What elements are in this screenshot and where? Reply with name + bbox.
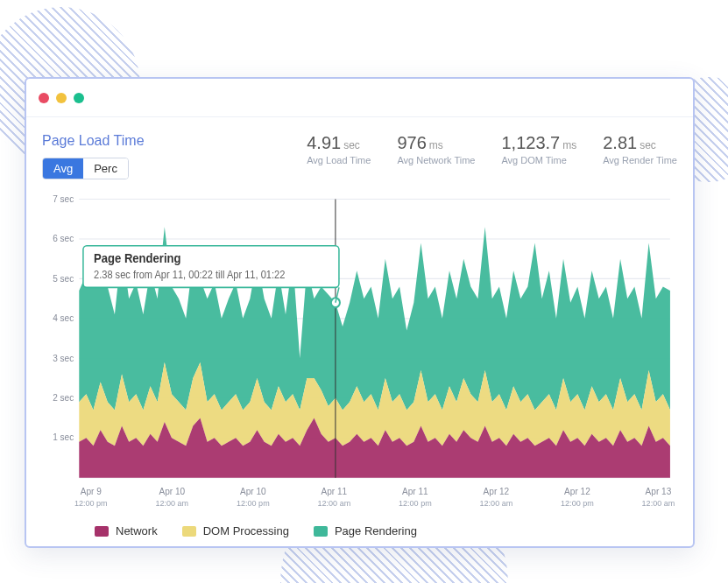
legend-swatch <box>182 526 196 537</box>
stat-value: 2.81sec <box>603 133 677 153</box>
svg-text:12:00 am: 12:00 am <box>642 498 675 508</box>
stat-value: 1,123.7ms <box>501 133 576 153</box>
summary-stats: 4.91secAvg Load Time976msAvg Network Tim… <box>307 133 677 165</box>
metric-toggle: Avg Perc <box>42 158 129 179</box>
summary-stat: 2.81secAvg Render Time <box>603 133 677 165</box>
svg-text:4 sec: 4 sec <box>53 313 74 323</box>
svg-text:Apr 12: Apr 12 <box>484 487 510 496</box>
legend-swatch <box>314 526 328 537</box>
page-title: Page Load Time <box>42 133 145 149</box>
svg-point-32 <box>331 298 340 307</box>
content-area: Page Load Time Avg Perc 4.91secAvg Load … <box>26 117 693 546</box>
legend-item[interactable]: Network <box>95 524 158 537</box>
app-window: Page Load Time Avg Perc 4.91secAvg Load … <box>25 77 695 548</box>
stat-value: 4.91sec <box>307 133 371 153</box>
svg-text:2 sec: 2 sec <box>53 393 74 403</box>
svg-text:7 sec: 7 sec <box>53 193 74 203</box>
legend-swatch <box>95 526 109 537</box>
svg-text:Apr 10: Apr 10 <box>159 487 185 496</box>
svg-text:1 sec: 1 sec <box>53 432 74 442</box>
area-chart[interactable]: 1 sec2 sec3 sec4 sec5 sec6 sec7 secApr 9… <box>42 193 677 516</box>
stat-label: Avg DOM Time <box>501 155 576 165</box>
svg-text:Apr 12: Apr 12 <box>564 487 590 496</box>
legend-item[interactable]: Page Rendering <box>314 524 417 537</box>
summary-stat: 976msAvg Network Time <box>397 133 475 165</box>
svg-text:12:00 am: 12:00 am <box>480 498 513 508</box>
window-close-icon[interactable] <box>39 93 49 103</box>
svg-text:6 sec: 6 sec <box>53 234 74 243</box>
svg-text:12:00 pm: 12:00 pm <box>237 498 270 508</box>
svg-text:Apr 10: Apr 10 <box>240 487 266 496</box>
svg-text:12:00 pm: 12:00 pm <box>399 498 432 508</box>
svg-text:Apr 9: Apr 9 <box>81 487 102 496</box>
window-maximize-icon[interactable] <box>74 93 84 103</box>
svg-text:12:00 pm: 12:00 pm <box>561 498 594 508</box>
window-minimize-icon[interactable] <box>56 93 67 103</box>
svg-text:12:00 am: 12:00 am <box>155 498 188 508</box>
chart-container: 1 sec2 sec3 sec4 sec5 sec6 sec7 secApr 9… <box>42 193 677 516</box>
stat-label: Avg Network Time <box>397 155 475 165</box>
window-titlebar <box>26 79 693 117</box>
svg-text:Apr 13: Apr 13 <box>646 487 672 496</box>
legend-item[interactable]: DOM Processing <box>182 524 289 537</box>
svg-text:Apr 11: Apr 11 <box>402 487 428 496</box>
stat-label: Avg Render Time <box>603 155 677 165</box>
stat-label: Avg Load Time <box>307 155 371 165</box>
legend-label: DOM Processing <box>203 524 289 537</box>
summary-stat: 4.91secAvg Load Time <box>307 133 371 165</box>
svg-text:Page Rendering: Page Rendering <box>94 252 181 266</box>
svg-text:5 sec: 5 sec <box>53 273 74 283</box>
stat-value: 976ms <box>397 133 475 153</box>
legend-label: Network <box>116 524 158 537</box>
svg-text:3 sec: 3 sec <box>53 353 74 362</box>
svg-text:Apr 11: Apr 11 <box>322 487 348 496</box>
svg-text:12:00 pm: 12:00 pm <box>74 498 108 508</box>
legend-label: Page Rendering <box>335 524 417 537</box>
toggle-avg-button[interactable]: Avg <box>43 158 83 179</box>
svg-text:2.38 sec from Apr 11, 00:22 ti: 2.38 sec from Apr 11, 00:22 till Apr 11,… <box>94 269 285 279</box>
toggle-perc-button[interactable]: Perc <box>83 158 128 179</box>
summary-stat: 1,123.7msAvg DOM Time <box>501 133 576 165</box>
svg-text:12:00 am: 12:00 am <box>317 498 350 508</box>
chart-legend: NetworkDOM ProcessingPage Rendering <box>42 516 677 537</box>
